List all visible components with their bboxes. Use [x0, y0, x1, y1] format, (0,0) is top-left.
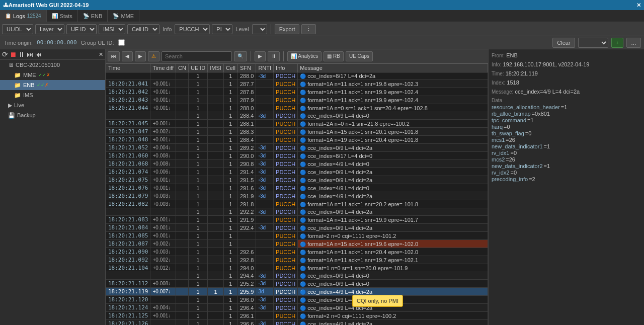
ue-id-select[interactable]: UE ID — [66, 24, 97, 34]
table-row[interactable]: 1 1 288.4 ◦3d PDCCH 🔵 cce_index=0/9 L=4 … — [106, 112, 488, 120]
cell-ueid: 1 — [188, 144, 207, 152]
cell-info: PDCCH — [274, 176, 298, 184]
warn-btn[interactable]: ⚠ — [148, 51, 159, 61]
go-next-btn[interactable]: ▶ — [135, 51, 146, 61]
cell-imsi — [208, 264, 224, 272]
play-btn[interactable]: ▶ — [255, 51, 266, 61]
table-row[interactable]: 18:20:21.119 +0.007↓ 1 1 1 295.9 3d PDCC… — [106, 288, 488, 296]
table-row[interactable]: 18:20:21.068 +0.008↓ 1 1 290.8 ◦3d PDCCH… — [106, 160, 488, 168]
analytics-btn[interactable]: 📊 Analytics — [287, 51, 321, 61]
table-row[interactable]: 1 1 294.4 ◦3d PDCCH 🔵 cce_index=0/9 L=4 … — [106, 272, 488, 280]
rp-field-value: =26 — [506, 137, 515, 143]
table-row[interactable]: 18:20:21.043 +0.001↓ 1 1 287.9 PUCCH 🔵 f… — [106, 96, 488, 104]
second-toolbar: Time origin: 00:00:00.000 Group UE ID: C… — [0, 36, 644, 49]
table-row[interactable]: 18:20:21.082 +0.003↓ 1 1 291.8 PUCCH 🔵 f… — [106, 200, 488, 208]
table-row[interactable]: 18:20:21.104 +0.012↓ 1 1 294.0 PUCCH 🔵 f… — [106, 264, 488, 272]
table-row[interactable]: 18:20:21.112 +0.008↓ 1 1 295.2 ◦3d PDCCH… — [106, 280, 488, 288]
table-row[interactable]: 18:20:21.124 +0.004↓ 1 1 296.4 ◦3d PDCCH… — [106, 304, 488, 312]
sidebar-item-cbc[interactable]: 🖥 CBC-2021050100 — [0, 60, 105, 70]
table-row[interactable]: 18:20:21.041 +0.001↓ 1 1 287.7 PUCCH 🔵 f… — [106, 80, 488, 88]
options-button[interactable]: ⋮ — [301, 24, 316, 34]
table-row[interactable]: 18:20:21.092 +0.002↓ 1 1 292.8 PUCCH 🔵 f… — [106, 256, 488, 264]
cell-time: 18:20:21.044 — [106, 104, 150, 112]
cell-imsi — [208, 208, 224, 216]
info-subtype-select[interactable]: PI — [212, 24, 232, 34]
sidebar-end-btn[interactable]: ⏮ — [35, 50, 42, 58]
info-label: Info — [163, 26, 172, 32]
cell-time — [106, 208, 150, 216]
table-row[interactable]: 18:20:21.090 +0.003↓ 1 1 292.6 PUCCH 🔵 f… — [106, 248, 488, 256]
table-row[interactable]: 18:20:21.120 1 1 296.0 ◦3d PDCCH 🔵 cce_i… — [106, 296, 488, 304]
table-row[interactable]: 1 1 292.2 ◦3d PDCCH 🔵 cce_index=0/9 L=4 … — [106, 208, 488, 216]
tab-enb[interactable]: 📡 ENB — [78, 10, 108, 22]
tab-stats[interactable]: 📊 Stats — [47, 10, 78, 22]
cell-sfn: 291.6 — [237, 184, 256, 192]
go-start-btn[interactable]: ⏮ — [108, 51, 120, 61]
table-row[interactable]: 18:20:21.045 +0.001↓ 1 1 288.1 PUCCH 🔵 f… — [106, 120, 488, 128]
sidebar-item-backup[interactable]: 💾 Backup — [0, 110, 105, 120]
go-prev-btn[interactable]: ◀ — [122, 51, 133, 61]
table-row[interactable]: 18:20:21.060 +0.008↓ 1 1 290.0 ◦3d PDCCH… — [106, 152, 488, 160]
table-row[interactable]: 18:20:21.085 +0.001↓ 1 1 PUCCH 🔵 format=… — [106, 232, 488, 240]
cell-timediff: +0.001↓ — [150, 312, 176, 320]
sidebar-item-enb[interactable]: 📁 ENB ✓✓ ✗ — [0, 80, 105, 90]
table-row[interactable]: 18:20:21.083 +0.001↓ 1 1 291.9 PUCCH 🔵 f… — [106, 216, 488, 224]
tab-mme[interactable]: 📡 MME — [108, 10, 139, 22]
sidebar-item-mme[interactable]: 📁 MME ✓✓ ✗ — [0, 70, 105, 80]
clear-button[interactable]: Clear — [552, 38, 575, 48]
cell-id-select[interactable]: Cell ID — [127, 24, 159, 34]
sidebar-close-btn[interactable]: ✕ — [99, 51, 103, 58]
table-row[interactable]: 18:20:21.087 +0.002↓ 1 1 PUCCH 🔵 format=… — [106, 240, 488, 248]
table-row[interactable]: 18:20:21.044 +0.001↓ 1 1 288.0 PUCCH 🔵 f… — [106, 104, 488, 112]
cell-imsi — [208, 304, 224, 312]
search-btn[interactable]: 🔍 — [234, 51, 247, 61]
table-row[interactable]: 18:20:21.042 +0.001↓ 1 1 287.8 PUCCH 🔵 f… — [106, 88, 488, 96]
tab-logs[interactable]: 📋 Logs 12524 — [0, 10, 47, 22]
sidebar-item-ims[interactable]: 📁 IMS — [0, 90, 105, 100]
add-button[interactable]: + — [611, 38, 623, 48]
layer-select[interactable]: Layer — [35, 24, 64, 34]
log-table-container[interactable]: Time Time diff CN UE ID IMSI Cell SFN RN… — [106, 63, 488, 325]
export-button[interactable]: Export — [275, 24, 300, 34]
cell-imsi — [208, 232, 224, 240]
ul-dl-select[interactable]: UL/DLULDL — [2, 24, 33, 34]
table-row[interactable]: 18:20:21.048 +0.001↓ 1 1 288.4 PUCCH 🔵 f… — [106, 136, 488, 144]
table-row[interactable]: 18:20:21.052 +0.004↓ 1 1 289.2 ◦3d PDCCH… — [106, 144, 488, 152]
cell-sfn: 292.2 — [237, 208, 256, 216]
cell-cn — [176, 128, 189, 136]
cell-message: 🔵 cce_index=8/17 L=4 dci=2a — [298, 72, 488, 80]
sidebar-refresh-btn[interactable]: ⟳ — [2, 50, 8, 58]
search-input[interactable] — [162, 51, 232, 61]
cell-cell: 1 — [223, 280, 237, 288]
sidebar-stop-btn[interactable]: ⏹ — [10, 50, 17, 58]
cell-message: 🔵 cce_index=8/17 L=4 dci=0 — [298, 152, 488, 160]
cell-sfn: 291.9 — [237, 192, 256, 200]
close-icon[interactable]: ✕ — [636, 2, 641, 9]
cell-time: 18:20:21.087 — [106, 240, 150, 248]
table-row[interactable]: 18:20:21.075 +0.001↓ 1 1 291.5 ◦3d PDCCH… — [106, 176, 488, 184]
table-row[interactable]: 18:20:21.074 +0.006↓ 1 1 291.4 ◦3d PDCCH… — [106, 168, 488, 176]
sidebar-item-live[interactable]: ▶ Live — [0, 100, 105, 110]
imsi-select[interactable]: IMSI — [99, 24, 125, 34]
info-type-select[interactable]: PUCCH — [175, 24, 210, 34]
sidebar-step-btn[interactable]: ⏭ — [27, 50, 34, 58]
rp-field-value: =0 — [510, 150, 517, 156]
table-row[interactable]: 1 1 288.0 ◦3d PDCCH 🔵 cce_index=8/17 L=4… — [106, 72, 488, 80]
ue-caps-btn[interactable]: UE Caps — [346, 51, 373, 61]
level-select[interactable] — [252, 24, 267, 34]
table-row[interactable]: 18:20:21.126 1 1 296.6 ◦3d PDCCH 🔵 cce_i… — [106, 320, 488, 326]
rb-btn[interactable]: ▦ RB — [324, 51, 344, 61]
table-row[interactable]: 18:20:21.079 +0.003↓ 1 1 291.9 ◦3d PDCCH… — [106, 192, 488, 200]
clear-select[interactable] — [578, 38, 608, 48]
table-row[interactable]: 18:20:21.047 +0.002↓ 1 1 288.3 PUCCH 🔵 f… — [106, 128, 488, 136]
cell-cn — [176, 296, 189, 304]
more-button[interactable]: … — [626, 38, 641, 48]
cell-rnti: ◦3d — [256, 296, 274, 304]
sidebar-pause-btn[interactable]: ⏸ — [18, 50, 25, 58]
cell-sfn: 292.4 — [237, 224, 256, 232]
table-row[interactable]: 18:20:21.076 +0.001↓ 1 1 291.6 ◦3d PDCCH… — [106, 184, 488, 192]
group-ue-checkbox[interactable] — [118, 39, 125, 46]
pause-btn[interactable]: ⏸ — [268, 51, 280, 61]
table-row[interactable]: 18:20:21.125 +0.001↓ 1 1 296.1 PUCCH 🔵 f… — [106, 312, 488, 320]
table-row[interactable]: 18:20:21.084 +0.001↓ 1 1 292.4 ◦3d PDCCH… — [106, 224, 488, 232]
